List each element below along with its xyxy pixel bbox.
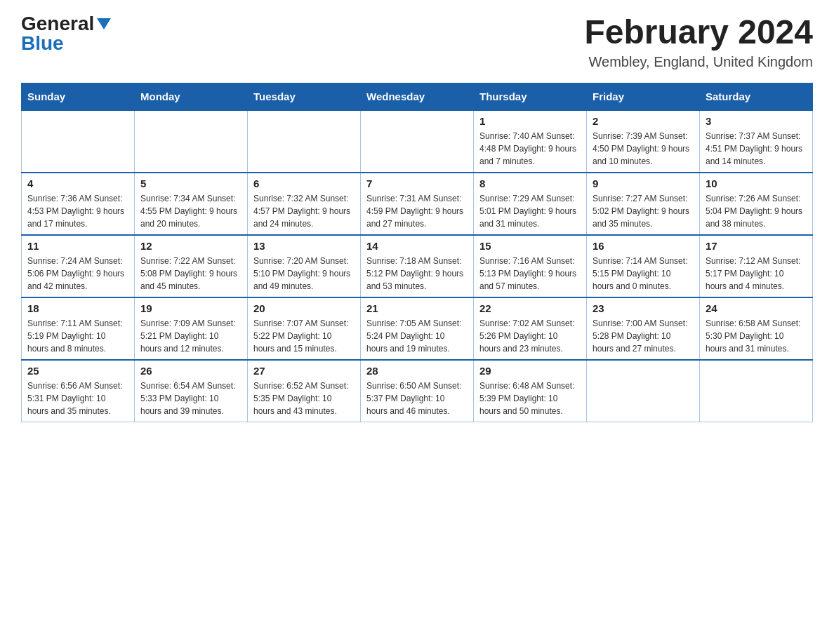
day-number: 18 [27,302,128,314]
day-number: 19 [140,302,241,314]
day-info: Sunrise: 6:52 AM Sunset: 5:35 PM Dayligh… [253,380,355,417]
calendar-header-wednesday: Wednesday [361,83,474,110]
day-info: Sunrise: 7:02 AM Sunset: 5:26 PM Dayligh… [479,317,581,355]
calendar-cell: 17Sunrise: 7:12 AM Sunset: 5:17 PM Dayli… [700,235,813,297]
day-number: 7 [366,177,468,189]
day-info: Sunrise: 7:32 AM Sunset: 4:57 PM Dayligh… [253,192,355,230]
day-info: Sunrise: 7:39 AM Sunset: 4:50 PM Dayligh… [593,130,694,168]
calendar-cell: 22Sunrise: 7:02 AM Sunset: 5:26 PM Dayli… [474,297,587,360]
calendar-week-row: 1Sunrise: 7:40 AM Sunset: 4:48 PM Daylig… [22,110,813,173]
location-subtitle: Wembley, England, United Kingdom [584,54,813,70]
day-number: 25 [27,365,128,377]
day-number: 28 [366,365,468,377]
calendar-cell: 20Sunrise: 7:07 AM Sunset: 5:22 PM Dayli… [248,297,361,360]
calendar-cell: 9Sunrise: 7:27 AM Sunset: 5:02 PM Daylig… [587,173,700,235]
day-info: Sunrise: 6:56 AM Sunset: 5:31 PM Dayligh… [27,380,128,417]
calendar-week-row: 4Sunrise: 7:36 AM Sunset: 4:53 PM Daylig… [22,173,813,235]
calendar-cell: 14Sunrise: 7:18 AM Sunset: 5:12 PM Dayli… [361,235,474,297]
calendar-cell: 11Sunrise: 7:24 AM Sunset: 5:06 PM Dayli… [22,235,135,297]
calendar-cell: 23Sunrise: 7:00 AM Sunset: 5:28 PM Dayli… [587,297,700,360]
logo-triangle-icon [97,18,111,29]
calendar-cell: 3Sunrise: 7:37 AM Sunset: 4:51 PM Daylig… [700,110,813,173]
calendar-cell: 4Sunrise: 7:36 AM Sunset: 4:53 PM Daylig… [22,173,135,235]
calendar-cell: 7Sunrise: 7:31 AM Sunset: 4:59 PM Daylig… [361,173,474,235]
day-number: 26 [140,365,241,377]
day-info: Sunrise: 7:00 AM Sunset: 5:28 PM Dayligh… [593,317,694,355]
day-number: 17 [706,240,807,252]
page-header: General Blue February 2024 Wembley, Engl… [21,14,813,70]
day-info: Sunrise: 7:05 AM Sunset: 5:24 PM Dayligh… [366,317,468,355]
day-number: 27 [253,365,355,377]
logo-general-text: General [21,14,94,34]
day-number: 16 [593,240,694,252]
calendar-week-row: 25Sunrise: 6:56 AM Sunset: 5:31 PM Dayli… [22,360,813,422]
calendar-cell: 10Sunrise: 7:26 AM Sunset: 5:04 PM Dayli… [700,173,813,235]
day-info: Sunrise: 7:40 AM Sunset: 4:48 PM Dayligh… [479,130,581,168]
calendar-week-row: 11Sunrise: 7:24 AM Sunset: 5:06 PM Dayli… [22,235,813,297]
day-info: Sunrise: 6:50 AM Sunset: 5:37 PM Dayligh… [366,380,468,417]
calendar-cell: 18Sunrise: 7:11 AM Sunset: 5:19 PM Dayli… [22,297,135,360]
day-number: 20 [253,302,355,314]
day-number: 13 [253,240,355,252]
day-info: Sunrise: 7:27 AM Sunset: 5:02 PM Dayligh… [593,192,694,230]
day-info: Sunrise: 7:16 AM Sunset: 5:13 PM Dayligh… [479,255,581,293]
calendar-cell [587,360,700,422]
calendar-cell: 29Sunrise: 6:48 AM Sunset: 5:39 PM Dayli… [474,360,587,422]
day-number: 5 [140,177,241,189]
calendar-cell: 16Sunrise: 7:14 AM Sunset: 5:15 PM Dayli… [587,235,700,297]
day-info: Sunrise: 7:31 AM Sunset: 4:59 PM Dayligh… [366,192,468,230]
day-number: 1 [479,115,581,127]
calendar-cell: 26Sunrise: 6:54 AM Sunset: 5:33 PM Dayli… [135,360,248,422]
day-info: Sunrise: 7:11 AM Sunset: 5:19 PM Dayligh… [27,317,128,355]
day-info: Sunrise: 7:14 AM Sunset: 5:15 PM Dayligh… [593,255,694,293]
calendar-header-row: SundayMondayTuesdayWednesdayThursdayFrid… [22,83,813,110]
calendar-cell: 28Sunrise: 6:50 AM Sunset: 5:37 PM Dayli… [361,360,474,422]
day-number: 9 [593,177,694,189]
calendar-header-thursday: Thursday [474,83,587,110]
calendar-cell: 8Sunrise: 7:29 AM Sunset: 5:01 PM Daylig… [474,173,587,235]
day-info: Sunrise: 6:58 AM Sunset: 5:30 PM Dayligh… [706,317,807,355]
day-info: Sunrise: 7:12 AM Sunset: 5:17 PM Dayligh… [706,255,807,293]
day-number: 4 [27,177,128,189]
day-number: 29 [479,365,581,377]
day-number: 2 [593,115,694,127]
calendar-cell: 19Sunrise: 7:09 AM Sunset: 5:21 PM Dayli… [135,297,248,360]
calendar-header-sunday: Sunday [22,83,135,110]
day-number: 6 [253,177,355,189]
calendar-cell: 12Sunrise: 7:22 AM Sunset: 5:08 PM Dayli… [135,235,248,297]
day-info: Sunrise: 7:22 AM Sunset: 5:08 PM Dayligh… [140,255,241,293]
day-info: Sunrise: 7:18 AM Sunset: 5:12 PM Dayligh… [366,255,468,293]
calendar-cell [361,110,474,173]
calendar-cell: 2Sunrise: 7:39 AM Sunset: 4:50 PM Daylig… [587,110,700,173]
calendar-cell: 1Sunrise: 7:40 AM Sunset: 4:48 PM Daylig… [474,110,587,173]
calendar-cell: 6Sunrise: 7:32 AM Sunset: 4:57 PM Daylig… [248,173,361,235]
day-number: 21 [366,302,468,314]
day-info: Sunrise: 7:26 AM Sunset: 5:04 PM Dayligh… [706,192,807,230]
day-number: 12 [140,240,241,252]
calendar-cell [248,110,361,173]
main-title: February 2024 [584,14,813,51]
day-number: 3 [706,115,807,127]
calendar-cell: 27Sunrise: 6:52 AM Sunset: 5:35 PM Dayli… [248,360,361,422]
calendar-cell [700,360,813,422]
calendar-cell [135,110,248,173]
day-info: Sunrise: 7:34 AM Sunset: 4:55 PM Dayligh… [140,192,241,230]
day-number: 22 [479,302,581,314]
day-number: 8 [479,177,581,189]
calendar-header-tuesday: Tuesday [248,83,361,110]
day-info: Sunrise: 7:29 AM Sunset: 5:01 PM Dayligh… [479,192,581,230]
day-number: 10 [706,177,807,189]
calendar-cell: 25Sunrise: 6:56 AM Sunset: 5:31 PM Dayli… [22,360,135,422]
calendar-cell: 5Sunrise: 7:34 AM Sunset: 4:55 PM Daylig… [135,173,248,235]
calendar-cell: 21Sunrise: 7:05 AM Sunset: 5:24 PM Dayli… [361,297,474,360]
logo-blue-text: Blue [21,34,64,53]
calendar-cell [22,110,135,173]
day-info: Sunrise: 7:36 AM Sunset: 4:53 PM Dayligh… [27,192,128,230]
day-info: Sunrise: 7:09 AM Sunset: 5:21 PM Dayligh… [140,317,241,355]
day-info: Sunrise: 6:48 AM Sunset: 5:39 PM Dayligh… [479,380,581,417]
day-number: 24 [706,302,807,314]
day-info: Sunrise: 7:24 AM Sunset: 5:06 PM Dayligh… [27,255,128,293]
day-info: Sunrise: 7:07 AM Sunset: 5:22 PM Dayligh… [253,317,355,355]
day-info: Sunrise: 6:54 AM Sunset: 5:33 PM Dayligh… [140,380,241,417]
day-info: Sunrise: 7:37 AM Sunset: 4:51 PM Dayligh… [706,130,807,168]
